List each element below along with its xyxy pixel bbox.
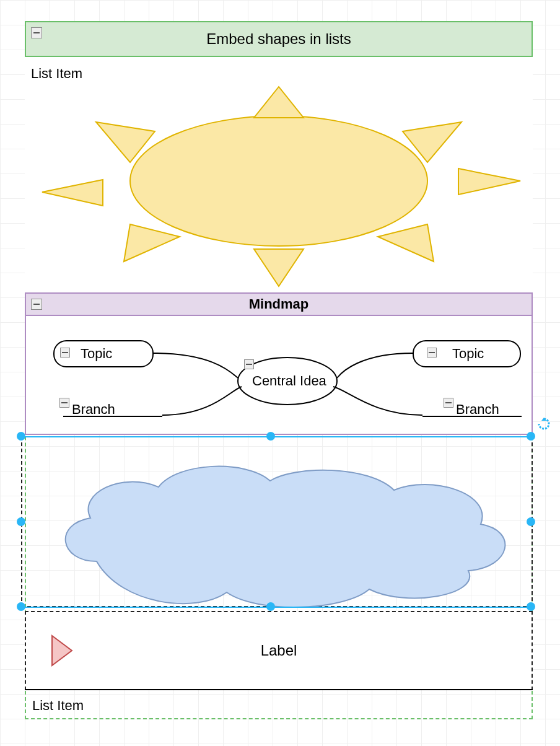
svg-marker-2 <box>254 249 304 286</box>
collapse-icon[interactable] <box>244 359 254 369</box>
collapse-icon[interactable] <box>444 398 453 408</box>
selection-handle[interactable] <box>527 432 535 441</box>
svg-marker-1 <box>254 87 304 118</box>
sun-shape[interactable] <box>25 57 533 292</box>
branch-left-label: Branch <box>72 402 115 418</box>
selection-handle[interactable] <box>17 517 25 526</box>
label-underline <box>25 689 533 690</box>
selection-handle[interactable] <box>527 517 535 526</box>
svg-marker-8 <box>378 224 434 261</box>
list-header[interactable]: Embed shapes in lists <box>25 21 533 57</box>
central-idea-label: Central Idea <box>252 373 326 389</box>
collapse-icon[interactable] <box>60 348 70 358</box>
mindmap-title: Mindmap <box>249 296 309 312</box>
collapse-icon[interactable] <box>31 27 42 38</box>
topic-left-label: Topic <box>81 346 112 362</box>
selection-edge-top <box>21 436 533 437</box>
rotate-handle[interactable] <box>538 418 549 429</box>
list-item-cloud[interactable] <box>21 436 533 607</box>
svg-point-0 <box>130 116 427 246</box>
branch-right-label: Branch <box>456 402 499 418</box>
list-item-2-label: List Item <box>32 698 84 714</box>
collapse-icon[interactable] <box>59 398 69 408</box>
mindmap-header[interactable]: Mindmap <box>25 292 533 316</box>
svg-marker-3 <box>42 180 103 206</box>
list-item-label-row[interactable]: Label <box>25 611 533 690</box>
collapse-icon[interactable] <box>31 299 42 310</box>
label-text: Label <box>261 642 297 659</box>
svg-marker-15 <box>52 636 72 665</box>
diagram-canvas[interactable]: Embed shapes in lists List Item Mindma <box>0 0 560 746</box>
selection-handle[interactable] <box>527 602 535 611</box>
play-icon <box>48 633 76 668</box>
mindmap-body[interactable]: Central Idea Topic Topic Branch Branch <box>25 316 533 435</box>
selection-handle[interactable] <box>17 432 25 441</box>
selection-handle[interactable] <box>17 602 25 611</box>
selection-handle[interactable] <box>266 602 275 611</box>
collapse-icon[interactable] <box>427 348 437 358</box>
svg-marker-4 <box>458 169 520 195</box>
list-item-1-label: List Item <box>31 66 82 82</box>
selection-edge-bottom <box>21 607 533 608</box>
topic-right-label: Topic <box>452 346 484 362</box>
cloud-shape[interactable] <box>22 437 534 608</box>
list-header-title: Embed shapes in lists <box>206 30 351 48</box>
svg-marker-7 <box>124 224 180 261</box>
selection-handle[interactable] <box>266 432 275 441</box>
list-item-1[interactable]: List Item <box>25 57 533 292</box>
